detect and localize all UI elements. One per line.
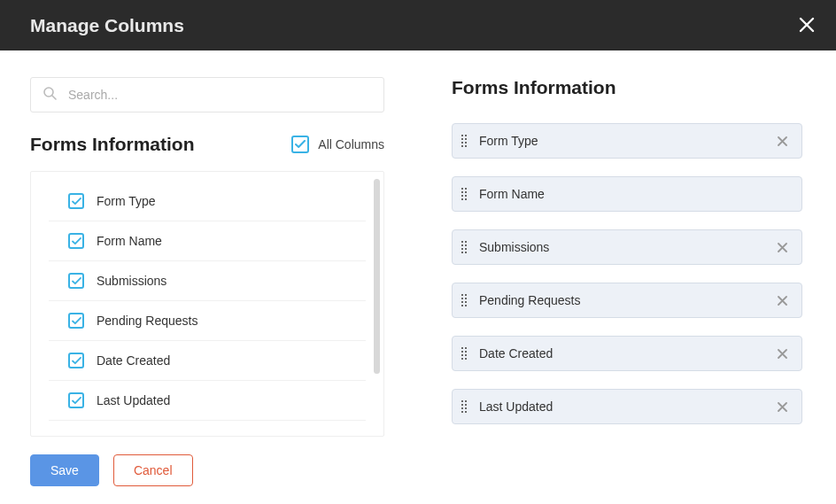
dialog-title: Manage Columns bbox=[30, 15, 184, 36]
right-panel: Forms Information Form Type Form Name bbox=[418, 50, 836, 504]
dialog-header: Manage Columns bbox=[0, 0, 836, 50]
item-checkbox[interactable] bbox=[68, 233, 84, 249]
drag-handle-icon[interactable] bbox=[461, 135, 467, 147]
column-chip[interactable]: Submissions bbox=[452, 229, 802, 265]
drag-handle-icon[interactable] bbox=[461, 188, 467, 200]
dialog-body: Forms Information All Columns Form Type bbox=[0, 50, 836, 504]
item-checkbox[interactable] bbox=[68, 353, 84, 368]
cancel-button[interactable]: Cancel bbox=[113, 454, 193, 486]
close-button[interactable] bbox=[799, 15, 815, 36]
item-label: Date Created bbox=[97, 353, 170, 368]
all-columns-toggle[interactable]: All Columns bbox=[291, 136, 384, 153]
all-columns-checkbox[interactable] bbox=[291, 136, 309, 153]
column-chip[interactable]: Form Name bbox=[452, 176, 802, 212]
right-section-title: Forms Information bbox=[452, 77, 802, 98]
column-chip[interactable]: Pending Requests bbox=[452, 283, 802, 318]
column-chip[interactable]: Form Type bbox=[452, 123, 802, 159]
drag-handle-icon[interactable] bbox=[461, 241, 467, 253]
drag-handle-icon[interactable] bbox=[461, 347, 467, 360]
chip-label: Last Updated bbox=[479, 399, 774, 414]
check-icon bbox=[295, 140, 306, 149]
item-label: Pending Requests bbox=[97, 314, 197, 328]
list-item[interactable]: Pending Requests bbox=[49, 301, 366, 341]
list-item[interactable]: Form Type bbox=[49, 177, 366, 221]
list-item[interactable]: Date Created bbox=[49, 341, 366, 381]
drag-handle-icon[interactable] bbox=[461, 400, 467, 413]
item-label: Form Name bbox=[97, 234, 162, 248]
column-chip[interactable]: Last Updated bbox=[452, 389, 802, 424]
item-label: Form Type bbox=[97, 194, 156, 208]
item-checkbox[interactable] bbox=[68, 313, 84, 329]
columns-list-scroll[interactable]: Form Type Form Name Submissions bbox=[31, 177, 383, 430]
close-icon bbox=[778, 136, 787, 146]
close-icon bbox=[778, 243, 787, 252]
list-item[interactable]: Submissions bbox=[49, 261, 366, 301]
close-icon bbox=[778, 402, 787, 412]
chip-remove-button[interactable] bbox=[774, 236, 791, 259]
left-panel: Forms Information All Columns Form Type bbox=[0, 50, 418, 504]
left-section-title: Forms Information bbox=[30, 134, 195, 155]
close-icon bbox=[778, 349, 787, 359]
drag-handle-icon[interactable] bbox=[461, 294, 467, 306]
check-icon bbox=[72, 198, 81, 205]
close-icon bbox=[778, 296, 787, 306]
all-columns-label: All Columns bbox=[318, 137, 384, 151]
close-icon bbox=[799, 17, 815, 33]
check-icon bbox=[72, 397, 81, 405]
chip-remove-button[interactable] bbox=[774, 342, 791, 365]
item-checkbox[interactable] bbox=[68, 392, 84, 408]
chip-label: Form Name bbox=[479, 187, 791, 201]
chip-label: Date Created bbox=[479, 346, 774, 361]
check-icon bbox=[72, 277, 81, 285]
chip-label: Form Type bbox=[479, 134, 774, 148]
scrollbar[interactable] bbox=[374, 179, 380, 374]
check-icon bbox=[72, 357, 81, 365]
left-section-header: Forms Information All Columns bbox=[30, 134, 384, 155]
svg-line-1 bbox=[52, 96, 56, 99]
item-label: Submissions bbox=[97, 274, 166, 288]
save-button[interactable]: Save bbox=[30, 454, 99, 486]
chip-remove-button[interactable] bbox=[774, 395, 791, 418]
column-chip[interactable]: Date Created bbox=[452, 336, 802, 371]
chip-remove-button[interactable] bbox=[774, 289, 791, 312]
check-icon bbox=[72, 237, 81, 245]
columns-list: Form Type Form Name Submissions bbox=[30, 171, 384, 437]
list-item[interactable]: Last Updated bbox=[49, 381, 366, 421]
chip-label: Pending Requests bbox=[479, 293, 774, 307]
chip-remove-button[interactable] bbox=[774, 129, 791, 152]
check-icon bbox=[72, 317, 81, 325]
button-row: Save Cancel bbox=[30, 454, 384, 486]
search-input[interactable] bbox=[30, 77, 384, 112]
search-icon bbox=[43, 86, 57, 104]
item-label: Last Updated bbox=[97, 393, 170, 407]
chip-label: Submissions bbox=[479, 240, 774, 254]
search-wrap bbox=[30, 77, 384, 112]
list-item[interactable]: Form Name bbox=[49, 221, 366, 261]
item-checkbox[interactable] bbox=[68, 193, 84, 209]
item-checkbox[interactable] bbox=[68, 273, 84, 289]
